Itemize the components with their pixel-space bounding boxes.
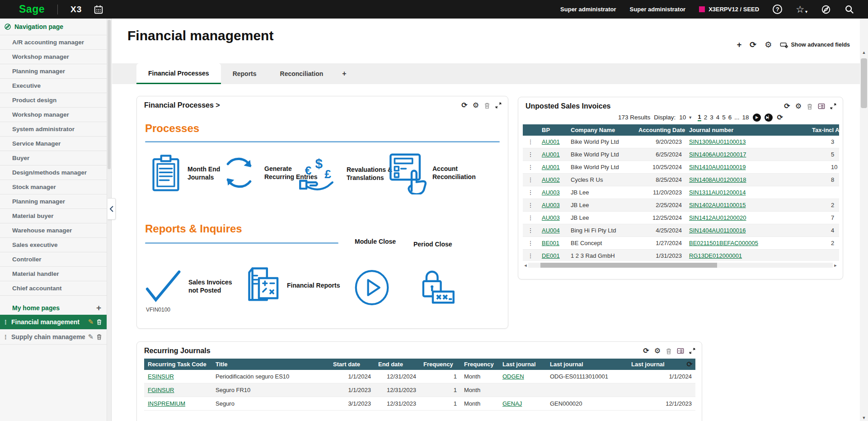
endpoint-selector[interactable]: X3ERPV12 / SEED [699,6,759,13]
column-header[interactable]: Recurring Task Code [144,359,212,370]
refresh-widget-icon[interactable]: ⟳ [461,102,467,109]
column-header[interactable]: Frequency [420,359,460,370]
add-widget-button[interactable]: + [737,41,742,49]
process-period-close[interactable] [416,267,456,307]
row-actions-kebab-icon[interactable]: ⋮ [523,250,538,261]
sidebar-item[interactable]: Product design [0,93,107,108]
column-header[interactable]: Last journal [628,359,695,370]
widget-settings-gear-icon[interactable]: ⚙ [473,102,479,109]
tab-reconciliation[interactable]: Reconciliation [268,63,335,84]
delete-widget-trash-icon[interactable] [807,103,813,110]
column-header[interactable] [523,124,538,136]
tab-reports[interactable]: Reports [221,63,268,84]
bp-link[interactable]: AU003 [542,202,560,208]
column-header[interactable]: BP [538,124,567,136]
scroll-left-arrow[interactable]: ◄ [523,263,528,268]
sidebar-item[interactable]: Sales executive [0,238,107,252]
row-actions-kebab-icon[interactable]: ⋮ [523,174,538,186]
sidebar-item[interactable]: Controller [0,252,107,267]
home-page-label[interactable]: Financial management [11,318,85,326]
column-header[interactable]: Journal number [685,124,763,136]
page-link[interactable]: 4 [716,114,720,121]
home-page-item[interactable]: ⋮Financial management✎ [0,315,107,330]
sidebar-scrollbar[interactable] [107,19,111,421]
process-account-reconciliation[interactable]: Account Reconciliation [388,151,486,194]
calendar-icon[interactable] [94,5,103,14]
expand-widget-icon[interactable] [689,348,695,354]
sidebar-item[interactable]: A/R accounting manager [0,35,107,50]
task-code-link[interactable]: ESINSUR [148,373,174,380]
delete-trash-icon[interactable] [96,319,102,325]
sidebar-scrollbar-thumb[interactable] [108,20,111,169]
journal-number-link[interactable]: SIN1410AU01100019 [689,164,746,170]
journal-number-link[interactable]: SIN1309AU01100013 [689,138,746,145]
next-page-button[interactable]: ▶ [753,114,761,122]
tab-financial-processes[interactable]: Financial Processes [136,63,221,84]
delete-widget-trash-icon[interactable] [666,348,672,355]
column-header[interactable]: Title [212,359,329,370]
bp-link[interactable]: AU003 [542,189,560,196]
widget-title[interactable]: Unposted Sales Invoices [525,102,611,110]
widget-title-link[interactable]: Financial Processes > [144,101,220,109]
widget-title[interactable]: Recurring Journals [144,347,211,355]
row-actions-kebab-icon[interactable]: ⋮ [523,136,538,148]
home-page-item[interactable]: ⋮Supply chain management✎ [0,330,107,345]
journal-number-link[interactable]: BE0211501BEFAC000005 [689,240,758,246]
refresh-widget-icon[interactable]: ⟳ [643,347,649,355]
detail-list-icon[interactable] [818,103,825,109]
journal-number-link[interactable]: RG13DE012000001 [689,252,742,259]
bp-link[interactable]: DE001 [542,252,560,259]
journal-number-link[interactable]: SIN1402AU01100015 [689,202,746,208]
refresh-widget-icon[interactable]: ⟳ [784,103,790,110]
column-header[interactable]: Tax-incl A [763,124,839,136]
page-link[interactable]: 3 [710,114,713,121]
navigation-compass-icon[interactable] [821,5,831,14]
bp-link[interactable]: AU001 [542,138,560,145]
bp-link[interactable]: AU004 [542,227,560,234]
process-revaluations-translations[interactable]: € $ £ Revaluations & Translations [298,153,400,194]
journal-number-link[interactable]: SIN1408AU01200018 [689,176,746,183]
refresh-list-icon[interactable]: ⟳ [777,113,783,122]
task-code-link[interactable]: INSPREMIUM [148,400,185,407]
delete-widget-trash-icon[interactable] [484,102,490,109]
row-actions-kebab-icon[interactable]: ⋮ [523,161,538,174]
sidebar-item[interactable]: Design/methods manager [0,166,107,180]
journal-number-link[interactable]: SIN1406AU01200017 [689,151,746,158]
row-actions-kebab-icon[interactable]: ⋮ [523,212,538,224]
last-journal-link[interactable]: GENAJ [502,400,522,407]
scrollbar-thumb[interactable] [861,58,867,108]
edit-icon[interactable]: ✎ [88,318,94,326]
show-advanced-fields-toggle[interactable]: Show advanced fields [780,42,850,48]
sage-logo[interactable]: Sage [19,3,45,15]
refresh-page-icon[interactable]: ⟳ [750,41,756,49]
page-link[interactable]: 2 [704,114,708,121]
page-size-dropdown[interactable]: 10 ▼ [679,114,692,121]
page-link[interactable]: 6 [728,114,732,121]
delete-trash-icon[interactable] [96,334,102,340]
row-actions-kebab-icon[interactable]: ⋮ [523,148,538,161]
scroll-up-arrow[interactable]: ▲ [860,50,868,55]
page-link[interactable]: 18 [742,114,749,121]
row-actions-kebab-icon[interactable]: ⋮ [523,224,538,237]
sidebar-item[interactable]: Warehouse manager [0,223,107,238]
scroll-right-arrow[interactable]: ► [833,263,838,268]
bp-link[interactable]: AU003 [542,214,560,221]
sidebar-item[interactable]: Workshop manager [0,108,107,122]
column-header[interactable]: Last journal [546,359,628,370]
help-icon[interactable]: ? [773,5,782,14]
bp-link[interactable]: BE001 [542,240,559,246]
bp-link[interactable]: AU001 [542,164,560,170]
column-header[interactable]: Frequency [460,359,499,370]
sidebar-item[interactable]: Stock manager [0,180,107,194]
scrollbar-track[interactable] [528,263,833,268]
sidebar-item-navigation-page[interactable]: Navigation page [0,19,107,35]
process-financial-reports[interactable]: Financial Reports [244,265,340,306]
user-name-label[interactable]: Super administrator [630,6,686,13]
row-actions-kebab-icon[interactable]: ⋮ [523,199,538,212]
sidebar-item[interactable]: Workshop manager [0,50,107,64]
search-icon[interactable] [845,5,854,14]
journal-number-link[interactable]: SIN1412AU01200020 [689,214,746,221]
scrollbar-thumb[interactable] [540,263,717,268]
page-link[interactable]: 5 [722,114,726,121]
process-module-close[interactable] [353,269,391,307]
